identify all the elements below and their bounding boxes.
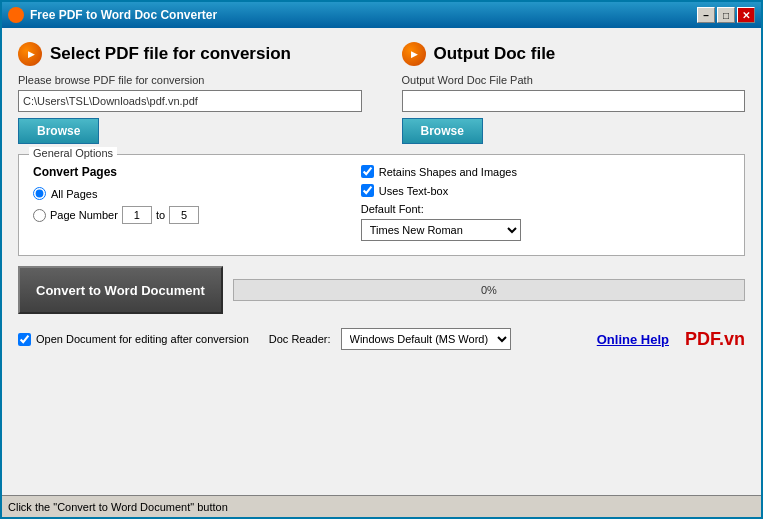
pdf-brand-label: PDF.vn [685,329,745,350]
right-panel: Output Doc file Output Word Doc File Pat… [382,42,746,144]
convert-pages: Convert Pages All Pages Page Number to [33,165,341,241]
all-pages-label: All Pages [51,188,97,200]
main-window: Free PDF to Word Doc Converter – □ ✕ Sel… [0,0,763,519]
all-pages-radio[interactable] [33,187,46,200]
maximize-button[interactable]: □ [717,7,735,23]
convert-button[interactable]: Convert to Word Document [18,266,223,314]
all-pages-row: All Pages [33,187,341,200]
retains-shapes-checkbox[interactable] [361,165,374,178]
main-content: Select PDF file for conversion Please br… [2,28,761,495]
bottom-bar: Convert to Word Document 0% [18,266,745,314]
page-number-label: Page Number [50,209,118,221]
statusbar: Click the "Convert to Word Document" but… [2,495,761,517]
close-button[interactable]: ✕ [737,7,755,23]
pdf-browse-button[interactable]: Browse [18,118,99,144]
left-panel-title: Select PDF file for conversion [50,44,291,64]
retains-shapes-label: Retains Shapes and Images [379,166,517,178]
titlebar: Free PDF to Word Doc Converter – □ ✕ [2,2,761,28]
left-panel: Select PDF file for conversion Please br… [18,42,382,144]
page-number-row: Page Number to [33,206,341,224]
progress-label: 0% [234,284,744,296]
uses-textbox-checkbox[interactable] [361,184,374,197]
left-panel-icon [18,42,42,66]
statusbar-text: Click the "Convert to Word Document" but… [8,501,228,513]
pdf-path-input[interactable] [18,90,362,112]
default-font-label: Default Font: [361,203,730,215]
titlebar-left: Free PDF to Word Doc Converter [8,7,217,23]
progress-bar-container: 0% [233,279,745,301]
top-section: Select PDF file for conversion Please br… [18,42,745,144]
output-path-input[interactable] [402,90,746,112]
app-icon [8,7,24,23]
minimize-button[interactable]: – [697,7,715,23]
right-options: Retains Shapes and Images Uses Text-box … [361,165,730,241]
open-document-checkbox[interactable] [18,333,31,346]
uses-textbox-row: Uses Text-box [361,184,730,197]
open-document-label: Open Document for editing after conversi… [36,333,249,345]
online-help-link[interactable]: Online Help [597,332,669,347]
left-panel-header: Select PDF file for conversion [18,42,362,66]
footer-bar: Open Document for editing after conversi… [18,324,745,352]
right-panel-title: Output Doc file [434,44,556,64]
retains-shapes-row: Retains Shapes and Images [361,165,730,178]
output-browse-button[interactable]: Browse [402,118,483,144]
output-field-label: Output Word Doc File Path [402,74,746,86]
uses-textbox-label: Uses Text-box [379,185,449,197]
doc-reader-select[interactable]: Windows Default (MS Word) Microsoft Word… [341,328,511,350]
footer-checkbox-row: Open Document for editing after conversi… [18,333,249,346]
group-legend: General Options [29,147,117,159]
window-controls: – □ ✕ [697,7,755,23]
page-number-radio[interactable] [33,209,46,222]
pdf-field-label: Please browse PDF file for conversion [18,74,362,86]
page-to-input[interactable] [169,206,199,224]
font-select[interactable]: Times New Roman Arial Courier New Verdan… [361,219,521,241]
font-select-row: Times New Roman Arial Courier New Verdan… [361,219,730,241]
options-inner: Convert Pages All Pages Page Number to [33,165,730,241]
general-options-group: General Options Convert Pages All Pages … [18,154,745,256]
page-from-input[interactable] [122,206,152,224]
window-title: Free PDF to Word Doc Converter [30,8,217,22]
right-panel-header: Output Doc file [402,42,746,66]
to-label: to [156,209,165,221]
doc-reader-label: Doc Reader: [269,333,331,345]
convert-pages-title: Convert Pages [33,165,341,179]
right-panel-icon [402,42,426,66]
